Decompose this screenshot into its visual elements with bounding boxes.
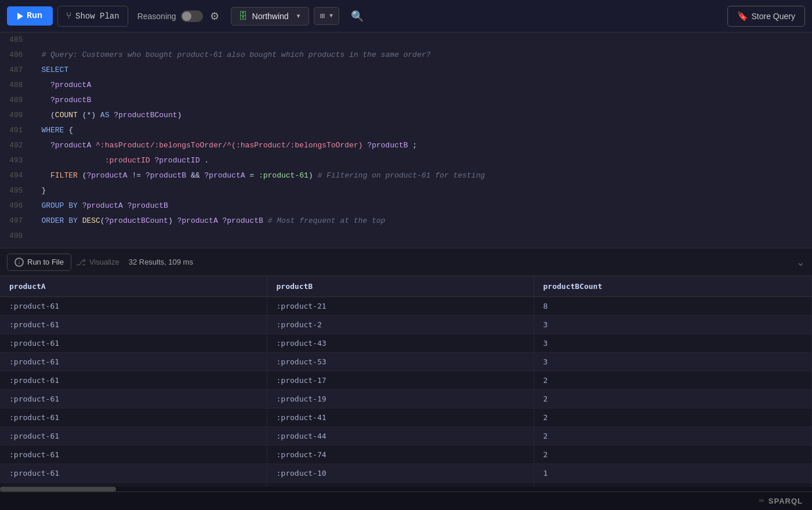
indent-token [41,156,104,165]
indent-token [41,171,50,180]
database-name: Northwind [252,12,289,21]
table-cell: :product-61 [0,446,267,464]
table-row: :product-61:product-161 [0,483,812,487]
var-token: ?productA [204,171,245,180]
prop-token: ^:hasProduct/:belongsToOrder/^(:hasProdu… [96,141,362,150]
punct-token: (*) [78,111,96,120]
punct-token [78,216,82,225]
line-number: 488 [9,78,23,93]
results-panel: ↓ Run to File ⎇ Visualize 32 Results, 10… [0,248,812,491]
results-toolbar: ↓ Run to File ⎇ Visualize 32 Results, 10… [0,248,812,276]
punct-token: ; [408,141,417,150]
colon_val-token: :product-61 [259,171,309,180]
database-selector[interactable]: 🗄 Northwind ▼ [231,7,309,26]
gear-button[interactable]: ⚙ [208,8,222,25]
fork-icon: ⑂ [66,11,72,21]
table-cell: :product-21 [267,297,534,316]
store-query-button[interactable]: 🔖 Store Query [727,6,805,27]
table-cell: 3 [534,316,812,334]
table-header: productA productB productBCount [0,276,812,297]
run-to-file-button[interactable]: ↓ Run to File [7,254,71,271]
code-line [41,32,803,48]
var-token: ?productBCount [109,111,177,120]
punct-token: && [186,171,204,180]
show-plan-label: Show Plan [75,12,119,21]
punct-token: . [200,156,209,165]
table-row: :product-61:product-23 [0,316,812,334]
line-number: 489 [9,93,23,108]
code-line: SELECT [41,63,803,78]
reasoning-toggle[interactable] [181,10,203,22]
table-cell: 1 [534,464,812,483]
table-header-row: productA productB productBCount [0,276,812,297]
horizontal-scrollbar[interactable] [0,487,812,491]
line-number: 485 [9,32,23,48]
var-token: ?productA [50,81,91,89]
run-button[interactable]: Run [7,6,53,26]
code-line: } [41,183,803,198]
reasoning-section: Reasoning ⚙ [137,8,222,25]
line-number: 490 [9,108,23,123]
line-number: 496 [9,198,23,214]
table-cell: :product-61 [0,464,267,483]
kw-token: WHERE [41,126,64,135]
var-token: ?productA [78,201,123,210]
code-content[interactable]: # Query: Customers who bought product-61… [32,32,812,248]
punct-token: != [128,171,146,180]
bookmark-icon: 🔖 [737,11,748,21]
chevron-down-icon: ⌄ [796,256,805,268]
collapse-button[interactable]: ⌄ [796,256,805,269]
table-cell: :product-61 [0,427,267,446]
circle-arrow-icon: ↓ [14,258,24,267]
editor-area: 4854864874884894904914924934944954964974… [0,32,812,248]
col-header-productB: productB [267,276,534,297]
line-number: 498 [9,229,23,244]
prop-token: :productID [105,156,150,165]
comment-token: # Filtering on product-61 for testing [313,171,485,180]
punct-token [91,141,96,150]
table-cell: :product-44 [267,427,534,446]
line-number: 495 [9,183,23,198]
run-label: Run [27,11,42,21]
sparql-badge: SPARQL [768,497,803,505]
table-cell: :product-61 [0,334,267,353]
table-cell: :product-74 [267,446,534,464]
var-token: ?productA [173,216,218,225]
layers-button[interactable]: ⊞ ▼ [314,7,339,25]
show-plan-button[interactable]: ⑂ Show Plan [57,6,128,27]
reasoning-label: Reasoning [137,12,176,21]
kw-token: SELECT [41,66,68,74]
filter_kw-token: FILTER [50,171,78,180]
var-token: ?productB [50,96,91,104]
results-tbody: :product-61:product-218:product-61:produ… [0,297,812,487]
visualize-button[interactable]: ⎇ Visualize [76,257,119,267]
var-token: ?productB [123,201,168,210]
layers-chevron-icon: ▼ [329,13,333,19]
indent-token [41,96,50,104]
table-cell: 3 [534,334,812,353]
code-line: ORDER BY DESC(?productBCount) ?productA … [41,214,803,229]
search-icon: 🔍 [351,10,364,22]
search-button[interactable]: 🔍 [345,6,369,26]
punct-token: = [245,171,259,180]
var-token: ?productB [146,171,186,180]
visualize-label: Visualize [89,258,119,266]
results-table-wrapper[interactable]: productA productB productBCount :product… [0,276,812,487]
table-row: :product-61:product-533 [0,353,812,371]
code-line: FILTER (?productA != ?productB && ?produ… [41,168,803,183]
comment-token: # Query: Customers who bought product-61… [41,50,430,59]
horizontal-scrollbar-thumb[interactable] [0,487,116,491]
indent-token [41,81,50,89]
table-cell: 2 [534,427,812,446]
line-number: 487 [9,63,23,78]
table-row: :product-61:product-412 [0,408,812,427]
code-line: ?productA [41,78,803,93]
table-cell: :product-61 [0,353,267,371]
table-cell: :product-19 [267,390,534,408]
kw-token: GROUP BY [41,201,77,210]
code-container: 4854864874884894904914924934944954964974… [0,32,812,248]
table-cell: 2 [534,390,812,408]
punct-token: { [64,126,73,135]
results-summary: 32 Results, 109 ms [129,258,193,266]
table-cell: :product-61 [0,408,267,427]
